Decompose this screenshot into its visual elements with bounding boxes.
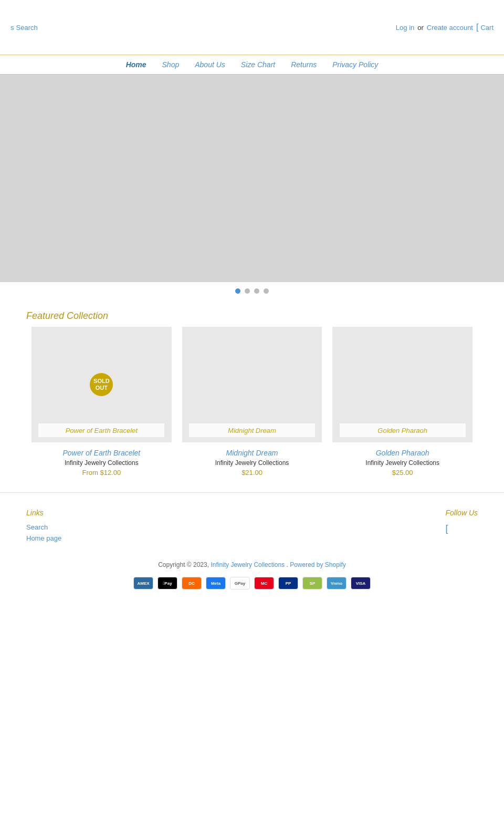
nav-item-shop[interactable]: Shop — [162, 60, 180, 69]
slide-dot-3[interactable] — [254, 288, 259, 294]
featured-title: Featured Collection — [26, 310, 478, 322]
payment-amex: AMEX — [133, 577, 153, 589]
nav-item-size-chart[interactable]: Size Chart — [241, 60, 275, 69]
product-title-2[interactable]: Midnight Dream — [182, 449, 322, 457]
product-card-3: Golden Pharaoh Golden Pharaoh Infinity J… — [327, 327, 478, 477]
payment-google-pay: GPay — [230, 577, 250, 589]
create-account-link[interactable]: Create account — [427, 24, 473, 32]
product-price-3: $25.00 — [332, 469, 472, 477]
payment-visa: VISA — [351, 577, 371, 589]
dot-separator: . — [286, 561, 288, 568]
payment-apple-pay: Pay — [158, 577, 177, 589]
payment-venmo: Vnmo — [327, 577, 346, 589]
footer-follow-title: Follow Us — [446, 509, 478, 517]
payment-icons: AMEX Pay DC Meta GPay MC PP SP Vnmo VIS… — [26, 577, 478, 589]
header-account-area: Log in or Create account [ Cart — [396, 23, 494, 32]
slide-dot-2[interactable] — [245, 288, 250, 294]
payment-meta: Meta — [206, 577, 226, 589]
footer-top: Links Search Home page Follow Us [ — [26, 509, 478, 545]
search-icon: s — [10, 24, 14, 32]
or-text: or — [417, 24, 424, 32]
logo-area — [38, 6, 396, 48]
product-name-overlay-2: Midnight Dream — [189, 423, 315, 437]
footer-links-title: Links — [26, 509, 61, 517]
payment-paypal: PP — [278, 577, 298, 589]
shop-name-link[interactable]: Infinity Jewelry Collections — [211, 561, 285, 568]
copyright-text: Copyright © 2023, — [158, 561, 209, 568]
cart-label: Cart — [480, 24, 494, 32]
slide-dot-1[interactable] — [235, 288, 240, 294]
footer-links-column: Links Search Home page — [26, 509, 61, 545]
footer-link-search[interactable]: Search — [26, 523, 61, 531]
product-price-2: $21.00 — [182, 469, 322, 477]
featured-section: Featured Collection SOLD OUT Power of Ea… — [0, 300, 504, 492]
footer-copyright: Copyright © 2023, Infinity Jewelry Colle… — [26, 561, 478, 568]
slider-dots — [0, 282, 504, 300]
product-image-3[interactable]: Golden Pharaoh — [332, 327, 472, 442]
site-footer: Links Search Home page Follow Us [ Copyr… — [0, 492, 504, 600]
hero-slide-image — [0, 75, 504, 282]
product-title-3[interactable]: Golden Pharaoh — [332, 449, 472, 457]
product-grid: SOLD OUT Power of Earth Bracelet Power o… — [26, 327, 478, 477]
payment-diners: DC — [182, 577, 202, 589]
hero-slider — [0, 75, 504, 282]
product-vendor-1: Infinity Jewelry Collections — [32, 459, 172, 467]
slide-dot-4[interactable] — [264, 288, 269, 294]
cart-link[interactable]: [ Cart — [476, 23, 494, 32]
main-nav: Home Shop About Us Size Chart Returns Pr… — [0, 55, 504, 75]
product-image-2[interactable]: Midnight Dream — [182, 327, 322, 442]
product-price-1: From $12.00 — [32, 469, 172, 477]
footer-link-home[interactable]: Home page — [26, 534, 61, 542]
site-header: s Search Log in or Create account [ Cart — [0, 0, 504, 55]
search-label: Search — [16, 24, 38, 32]
search-link[interactable]: s Search — [10, 24, 38, 32]
nav-item-privacy-policy[interactable]: Privacy Policy — [332, 60, 378, 69]
product-name-overlay-1: Power of Earth Bracelet — [38, 423, 164, 437]
product-name-overlay-3: Golden Pharaoh — [340, 423, 466, 437]
sold-out-badge-1: SOLD OUT — [90, 373, 113, 396]
product-vendor-3: Infinity Jewelry Collections — [332, 459, 472, 467]
login-link[interactable]: Log in — [396, 24, 414, 32]
payment-shopify-pay: SP — [302, 577, 322, 589]
nav-item-about-us[interactable]: About Us — [195, 60, 225, 69]
product-vendor-2: Infinity Jewelry Collections — [182, 459, 322, 467]
product-card-1: SOLD OUT Power of Earth Bracelet Power o… — [26, 327, 177, 477]
product-title-1[interactable]: Power of Earth Bracelet — [32, 449, 172, 457]
nav-item-home[interactable]: Home — [126, 60, 146, 69]
nav-item-returns[interactable]: Returns — [291, 60, 317, 69]
powered-by-link[interactable]: Powered by Shopify — [290, 561, 346, 568]
product-image-1[interactable]: SOLD OUT Power of Earth Bracelet — [32, 327, 172, 442]
footer-social-icon[interactable]: [ — [446, 523, 448, 534]
payment-mastercard: MC — [254, 577, 274, 589]
cart-bracket-icon: [ — [476, 23, 478, 32]
footer-follow-column: Follow Us [ — [446, 509, 478, 545]
product-card-2: Midnight Dream Midnight Dream Infinity J… — [177, 327, 328, 477]
